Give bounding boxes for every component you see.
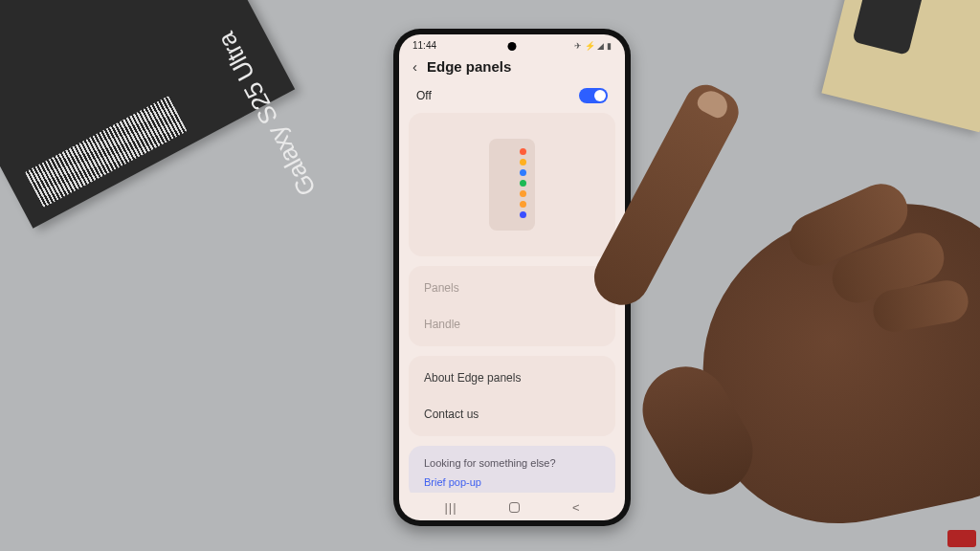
nav-recent-icon[interactable]: ||| (444, 500, 457, 515)
preview-dot (520, 159, 526, 165)
page-title: Edge panels (427, 58, 511, 75)
finger-index (585, 77, 746, 315)
toggle-state-label: Off (416, 89, 432, 102)
preview-phone-shape (489, 139, 535, 231)
product-box: Galaxy S25 Ultra (0, 0, 295, 229)
preview-dot (520, 148, 526, 155)
barcode (25, 96, 188, 208)
product-box-label: Galaxy S25 Ultra (212, 27, 323, 200)
hand (578, 38, 980, 551)
preview-dot (520, 201, 526, 208)
camera-hole (508, 42, 517, 51)
lookup-title: Looking for something else? (424, 457, 600, 469)
preview-dot (520, 180, 526, 187)
back-icon[interactable]: ‹ (412, 59, 417, 74)
preview-dot-strip (520, 148, 526, 231)
preview-dot (520, 211, 526, 218)
lookup-link-brief-popup[interactable]: Brief pop-up (424, 476, 600, 488)
status-time: 11:44 (412, 40, 436, 51)
preview-dot (520, 169, 526, 176)
nav-home-icon[interactable] (509, 502, 520, 513)
corner-badge (947, 530, 976, 547)
preview-dot (520, 190, 526, 197)
